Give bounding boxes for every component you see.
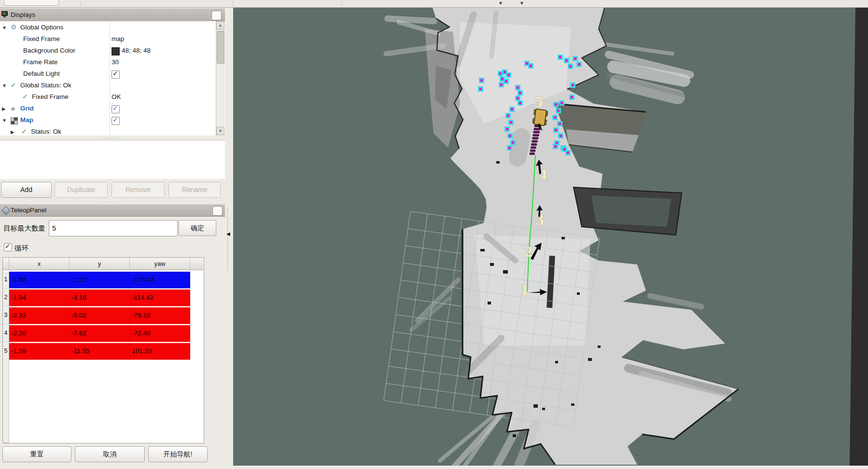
tree-row-status-ok[interactable]: ▶✓Status: Ok [0,126,215,136]
expand-icon[interactable]: ▶ [11,129,14,135]
tree-row-value[interactable]: map [112,35,124,42]
tree-row-label: Grid [20,105,34,112]
map-canvas[interactable]: 12345 [233,8,868,466]
displays-panel-titlebar[interactable]: Displays [0,8,225,22]
add-button[interactable]: Add [1,182,52,198]
teleop-panel-titlebar[interactable]: TeleopPanel [0,204,225,217]
table-cell-y[interactable]: -1.23 [70,272,130,289]
robot-body [534,109,546,126]
row-header[interactable]: 1 [3,272,9,289]
table-cell-yaw[interactable]: -72.40 [130,325,190,342]
grid-display-icon: ◈ [11,105,15,112]
tree-row-fixed-frame[interactable]: ✓Fixed FrameOK [0,92,215,103]
rviz-3d-view[interactable]: 12345 [233,8,868,466]
table-cell-x[interactable]: -1.98 [9,272,70,289]
panel-float-button[interactable] [212,206,223,216]
enabled-checkbox[interactable]: ✓ [112,105,120,113]
table-cell-y[interactable]: -11.55 [70,343,130,360]
reset-button[interactable]: 重置 [2,446,71,462]
table-cell-x[interactable]: -1.94 [9,290,70,306]
collapse-icon[interactable]: ▼ [2,83,7,89]
table-cell-y[interactable]: -5.02 [70,307,130,324]
goal-count-input[interactable] [49,220,178,236]
row-header[interactable]: 4 [3,325,9,343]
tree-row-label: Global Options [20,24,63,31]
toolbar-partial-button[interactable] [4,0,59,6]
table-cell-yaw[interactable]: 101.33 [130,343,190,360]
tree-row-value[interactable]: OK [112,93,121,100]
table-cell-x[interactable]: -1.59 [9,343,70,360]
scroll-up-icon[interactable]: ▲ [216,21,224,29]
loop-checkbox[interactable]: ✓ [4,243,12,251]
displays-empty-area [0,140,225,179]
scroll-down-icon[interactable]: ▼ [216,127,224,135]
tree-row-global-status-ok[interactable]: ▼✓Global Status: Ok [0,80,215,92]
teleop-panel-icon [1,206,10,215]
collapse-left-icon[interactable]: ◀ [226,231,230,236]
tree-row-global-options[interactable]: ▼⚙Global Options [0,22,215,34]
tree-row-value[interactable]: 30 [112,58,119,66]
tree-row-value[interactable]: 48; 48; 48 [122,47,151,54]
waypoint-label-5: 5 [534,95,543,110]
collapse-icon[interactable]: ▼ [2,118,7,124]
tree-row-label: Status: Ok [31,128,61,135]
start-navigation-button[interactable]: 开始导航! [148,446,208,462]
left-dock: Displays ▼⚙Global OptionsFixed FramemapB… [0,8,225,469]
tree-row-fixed-frame[interactable]: Fixed Framemap [0,34,215,45]
table-cell-x[interactable]: -2.33 [9,307,70,324]
displays-panel-title: Displays [11,11,35,18]
row-header[interactable]: 3 [3,307,9,325]
table-cell-y[interactable]: -3.18 [70,290,130,306]
rviz-background-band [850,8,868,466]
toolbar-strip: ▼ ▼ [0,0,868,8]
waypoint-label-1: 1 [520,283,529,299]
tree-row-map[interactable]: ▼Map✓ [0,115,215,126]
tree-row-grid[interactable]: ▶◈Grid✓ [0,103,215,115]
panel-float-button[interactable] [211,11,222,20]
expand-icon[interactable]: ▶ [2,106,6,112]
color-swatch[interactable] [112,47,120,55]
column-header-y[interactable]: y [70,258,130,270]
tree-row-label: Fixed Frame [32,93,69,100]
cancel-button[interactable]: 取消 [75,446,145,462]
table-cell-y[interactable]: -7.62 [70,325,130,342]
tree-row-background-color[interactable]: Background Color48; 48; 48 [0,45,215,57]
table-cell-yaw[interactable]: -79.18 [130,307,190,324]
dock-splitter[interactable]: ◀ [225,8,233,466]
column-header-yaw[interactable]: yaw [130,258,190,270]
duplicate-button[interactable]: Duplicate [55,182,108,198]
status-ok-check-icon: ✓ [22,93,28,100]
rename-button[interactable]: Rename [168,182,221,198]
row-header-strip [3,361,9,443]
column-header-x[interactable]: x [9,258,70,270]
chevron-down-icon[interactable]: ▼ [519,0,524,6]
tree-row-frame-rate[interactable]: Frame Rate30 [0,57,215,69]
checkmark-icon: ✓ [5,242,11,250]
table-cell-yaw[interactable]: -170.43 [130,272,190,289]
checkmark-icon: ✓ [112,104,118,112]
table-cell-yaw[interactable]: -114.42 [130,290,190,306]
enabled-checkbox[interactable]: ✓ [112,70,120,79]
scrollbar-thumb[interactable] [217,31,224,64]
collapse-icon[interactable]: ▼ [2,25,7,31]
remove-button[interactable]: Remove [112,182,165,198]
row-header[interactable]: 5 [3,343,9,360]
enabled-checkbox[interactable]: ✓ [112,117,120,125]
gear-icon: ⚙ [11,23,17,31]
waypoint-table[interactable]: xyyaw1-1.98-1.23-170.432-1.94-3.18-114.4… [2,257,204,443]
displays-icon [1,11,9,18]
displays-tree[interactable]: ▼⚙Global OptionsFixed FramemapBackground… [0,21,225,136]
tree-row-default-light[interactable]: Default Light✓ [0,69,215,80]
chevron-down-icon[interactable]: ▼ [498,0,503,6]
toolbar-separator [233,1,233,6]
table-header-filler [190,258,203,270]
row-header[interactable]: 2 [3,290,9,307]
table-cell-x[interactable]: -2.20 [9,325,70,342]
tree-row-label: Fixed Frame [23,35,60,42]
loop-checkbox-label: 循环 [14,244,28,253]
table-corner [3,258,9,270]
tree-row-label: Frame Rate [23,58,57,66]
tree-row-label: Default Light [23,70,60,77]
tree-scrollbar[interactable]: ▲ ▼ [216,21,224,136]
confirm-button[interactable]: 确定 [179,220,216,236]
